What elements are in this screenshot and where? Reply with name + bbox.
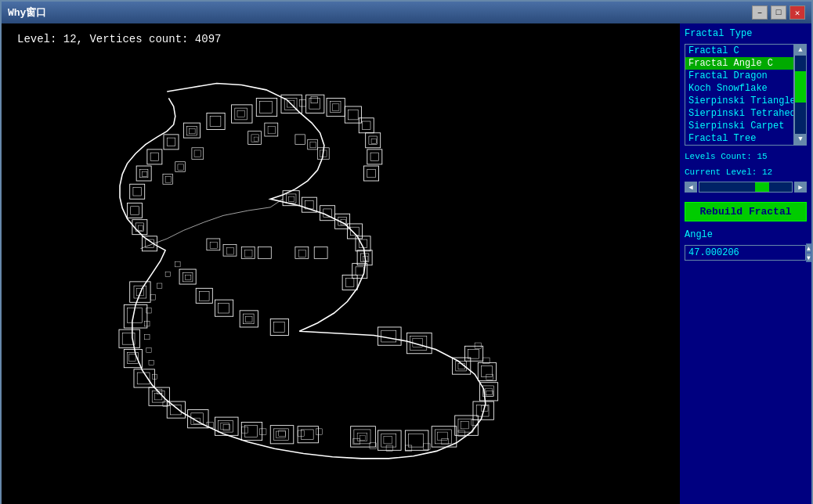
list-item-fractal-dragon[interactable]: Fractal Dragon	[685, 70, 793, 82]
scroll-thumb[interactable]	[795, 71, 806, 103]
window-controls: – □ ✕	[752, 5, 805, 20]
slider-left-arrow[interactable]: ◀	[685, 182, 697, 193]
slider-track[interactable]	[699, 182, 793, 193]
close-button[interactable]: ✕	[790, 5, 805, 20]
status-label: Level: 12, Vertices count: 4097	[17, 33, 221, 45]
list-item-sierpinski-tetrahedron[interactable]: Sierpinski Tetrahedron	[685, 107, 793, 120]
rebuild-fractal-button[interactable]: Rebuild Fractal	[685, 202, 807, 221]
fractal-type-container: Fractal C Fractal Angle C Fractal Dragon…	[685, 44, 807, 146]
list-item-sierpinski-carpet[interactable]: Sierpinski Carpet	[685, 120, 793, 132]
angle-input[interactable]	[685, 245, 806, 261]
minimize-button[interactable]: –	[752, 5, 768, 20]
current-level-label: Current Level: 12	[685, 167, 807, 177]
window-frame: Why窗口 – □ ✕ Level: 12, Vertices count: 4…	[0, 0, 813, 504]
maximize-button[interactable]: □	[771, 5, 786, 20]
angle-input-row: ▲ ▼	[685, 243, 807, 262]
canvas-area: Level: 12, Vertices count: 4097	[2, 23, 680, 504]
angle-spin-down[interactable]: ▼	[806, 253, 811, 262]
slider-thumb[interactable]	[755, 182, 769, 192]
fractal-canvas	[2, 23, 680, 504]
window-title: Why窗口	[8, 5, 46, 20]
level-slider-container: ◀ ▶	[685, 182, 807, 193]
title-bar: Why窗口 – □ ✕	[2, 2, 811, 23]
window-body: Level: 12, Vertices count: 4097	[2, 23, 811, 504]
angle-label: Angle	[685, 229, 807, 240]
list-item-fractal-tree[interactable]: Fractal Tree	[685, 132, 793, 145]
svg-rect-0	[2, 25, 680, 504]
scroll-track	[795, 56, 806, 134]
angle-spinner: ▲ ▼	[806, 243, 811, 262]
fractal-type-label: Fractal Type	[685, 28, 807, 39]
slider-right-arrow[interactable]: ▶	[794, 182, 807, 193]
list-item-sierpinski-triangle[interactable]: Sierpinski Triangle	[685, 95, 793, 107]
right-panel: Fractal Type Fractal C Fractal Angle C F…	[680, 23, 811, 504]
list-item-koch-snowflake[interactable]: Koch Snowflake	[685, 82, 793, 95]
list-item-fractal-c[interactable]: Fractal C	[685, 45, 793, 57]
angle-spin-up[interactable]: ▲	[806, 243, 811, 253]
scroll-down-arrow[interactable]: ▼	[795, 134, 806, 145]
levels-count-label: Levels Count: 15	[685, 152, 807, 161]
list-item-fractal-angle-c[interactable]: Fractal Angle C	[685, 57, 793, 70]
listbox-scrollbar[interactable]: ▲ ▼	[794, 44, 807, 146]
fractal-type-listbox[interactable]: Fractal C Fractal Angle C Fractal Dragon…	[685, 44, 794, 146]
scroll-up-arrow[interactable]: ▲	[795, 45, 806, 56]
